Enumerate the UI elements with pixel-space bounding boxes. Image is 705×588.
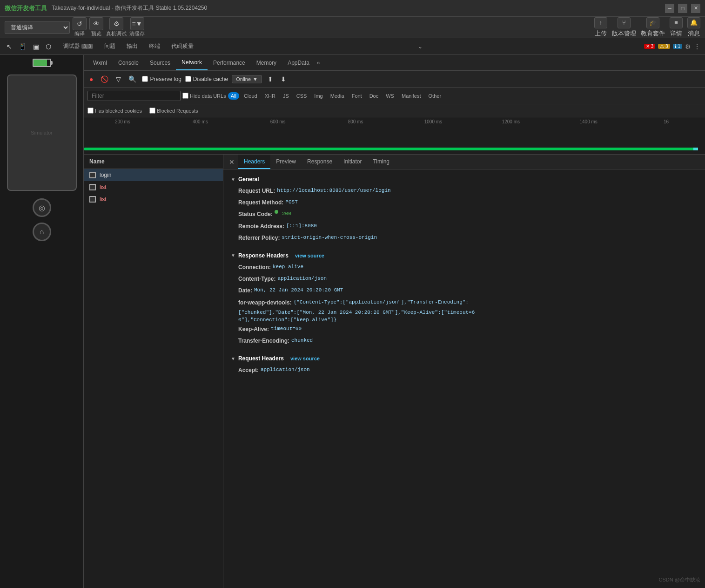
real-machine-button[interactable]: ⚙ <box>109 17 123 30</box>
nav-tab-more-icon[interactable]: » <box>317 60 320 66</box>
export-button[interactable]: ⬇ <box>279 74 288 84</box>
filter-css-btn[interactable]: CSS <box>294 92 310 100</box>
list-item-login[interactable]: login <box>84 169 223 181</box>
detail-button[interactable]: ≡ 详情 <box>670 17 683 38</box>
tab-performance[interactable]: Performance <box>208 55 251 70</box>
window-controls: ─ □ ✕ <box>665 4 700 13</box>
preserve-log-checkbox[interactable] <box>142 76 148 82</box>
devtools-panel: Wxml Console Sources Network Performance… <box>84 55 705 588</box>
filter-doc-btn[interactable]: Doc <box>367 92 382 100</box>
has-blocked-cookies-label[interactable]: Has blocked cookies <box>87 108 142 114</box>
record-button[interactable]: ● <box>87 74 95 84</box>
name-panel-header: Name <box>84 155 223 169</box>
tab-console[interactable]: Console <box>113 55 144 70</box>
tab-preview[interactable]: Preview <box>270 155 302 169</box>
clear-store-button[interactable]: ≡▼ <box>130 17 144 30</box>
layout-icon-btn[interactable]: ▣ <box>31 42 41 51</box>
response-headers-title: Response Headers <box>238 252 289 259</box>
tab-timing[interactable]: Timing <box>367 155 395 169</box>
method-key: Request Method: <box>238 198 283 207</box>
tab-initiator[interactable]: Initiator <box>338 155 367 169</box>
request-headers-section[interactable]: ▼ Request Headers view source <box>231 352 698 365</box>
list-item-list2[interactable]: list <box>84 193 223 205</box>
error-badge: ✕ 3 <box>644 44 655 49</box>
upload-button[interactable]: ↑ 上传 <box>594 17 607 38</box>
request-headers-view-source[interactable]: view source <box>290 356 320 361</box>
preview-group: 👁 预览 <box>89 17 103 37</box>
online-button[interactable]: Online ▼ <box>232 75 262 83</box>
checkbox-row: Has blocked cookies Blocked Requests <box>84 104 705 117</box>
debugger-btn[interactable]: ⬡ <box>44 42 53 51</box>
filter-cloud-btn[interactable]: Cloud <box>241 92 260 100</box>
tab-quality[interactable]: 代码质量 <box>167 41 198 52</box>
network-toolbar: ● 🚫 ▽ 🔍 Preserve log Disable cache Onlin… <box>84 71 705 88</box>
simulator-screen[interactable]: Simulator <box>7 74 77 191</box>
filter-manifest-btn[interactable]: Manifest <box>399 92 424 100</box>
filter-img-btn[interactable]: Img <box>311 92 325 100</box>
compile-mode-select[interactable]: 普通编译 <box>5 21 70 34</box>
tab-output[interactable]: 输出 <box>122 41 142 52</box>
close-button[interactable]: ✕ <box>691 4 700 13</box>
disable-cache-checkbox[interactable] <box>185 76 191 82</box>
response-headers-section[interactable]: ▼ Response Headers view source <box>231 250 698 262</box>
request-headers-title: Request Headers <box>238 355 284 362</box>
timeline-labels: 200 ms 400 ms 600 ms 800 ms 1000 ms 1200… <box>84 117 705 124</box>
blocked-requests-label[interactable]: Blocked Requests <box>149 108 198 114</box>
more-options-button[interactable]: ⋮ <box>694 43 700 50</box>
preserve-log-label[interactable]: Preserve log <box>142 76 181 82</box>
tab-wxml[interactable]: Wxml <box>87 55 113 70</box>
remote-key: Remote Address: <box>238 222 284 231</box>
window-title: Takeaway-for-individual - 微信开发者工具 Stable… <box>52 4 665 12</box>
block-button[interactable]: 🚫 <box>99 74 110 84</box>
nav-tabs-bar: Wxml Console Sources Network Performance… <box>84 55 705 71</box>
compile-button[interactable]: ↺ <box>73 17 87 30</box>
filter-js-btn[interactable]: JS <box>280 92 292 100</box>
tab-issues[interactable]: 问题 <box>100 41 120 52</box>
minimize-button[interactable]: ─ <box>665 4 674 13</box>
maximize-button[interactable]: □ <box>678 4 687 13</box>
has-blocked-cookies-checkbox[interactable] <box>87 108 94 114</box>
sim-circle-btn[interactable]: ◎ <box>33 198 51 217</box>
filter-icon-btn[interactable]: ▽ <box>114 74 123 84</box>
search-button[interactable]: 🔍 <box>127 74 138 84</box>
devtools-more-icon[interactable]: ⌄ <box>418 43 423 50</box>
filter-all-btn[interactable]: All <box>228 92 239 100</box>
tab-network[interactable]: Network <box>176 55 208 70</box>
hide-data-urls-checkbox[interactable] <box>182 93 188 99</box>
tab-memory[interactable]: Memory <box>251 55 282 70</box>
disable-cache-label[interactable]: Disable cache <box>185 76 228 82</box>
preview-button[interactable]: 👁 <box>89 17 103 30</box>
tab-terminal[interactable]: 终端 <box>144 41 165 52</box>
tab-sources[interactable]: Sources <box>144 55 176 70</box>
detail-close-btn[interactable]: ✕ <box>225 156 238 168</box>
detail-icon: ≡ <box>670 17 683 28</box>
blocked-requests-checkbox[interactable] <box>149 108 155 114</box>
tab-headers[interactable]: Headers <box>238 155 270 169</box>
devtools-left-icons: ↖ 📱 ▣ ⬡ <box>5 42 53 51</box>
cursor-icon-btn[interactable]: ↖ <box>5 42 14 51</box>
tab-appdata[interactable]: AppData <box>282 55 315 70</box>
real-machine-group: ⚙ 真机调试 <box>106 17 127 37</box>
tab-debugger[interactable]: 调试器3, 3 <box>59 41 98 52</box>
tab-response[interactable]: Response <box>302 155 338 169</box>
filter-ws-btn[interactable]: WS <box>383 92 397 100</box>
general-section-header[interactable]: ▼ General <box>231 173 698 185</box>
phone-icon-btn[interactable]: 📱 <box>17 42 28 51</box>
filter-media-btn[interactable]: Media <box>328 92 347 100</box>
version-button[interactable]: ⑂ 版本管理 <box>612 17 636 38</box>
filter-input[interactable] <box>87 91 181 101</box>
hide-data-urls-label[interactable]: Hide data URLs <box>182 93 226 99</box>
settings-button[interactable]: ⚙ <box>685 43 691 50</box>
filter-other-btn[interactable]: Other <box>426 92 444 100</box>
brand-label: 微信开发者工具 <box>5 4 47 13</box>
sim-home-btn[interactable]: ⌂ <box>33 223 51 241</box>
import-button[interactable]: ⬆ <box>266 74 275 84</box>
message-button[interactable]: 🔔 消息 <box>687 17 700 38</box>
list-item-list1[interactable]: list <box>84 181 223 193</box>
edu-button[interactable]: 🎓 教育套件 <box>641 17 665 38</box>
connection-row: Connection: keep-alive <box>231 262 698 273</box>
filter-font-btn[interactable]: Font <box>349 92 365 100</box>
main-area: Simulator ◎ ⌂ Wxml Console Sources Netwo… <box>0 55 705 588</box>
response-headers-view-source[interactable]: view source <box>295 253 324 258</box>
filter-xhr-btn[interactable]: XHR <box>262 92 278 100</box>
